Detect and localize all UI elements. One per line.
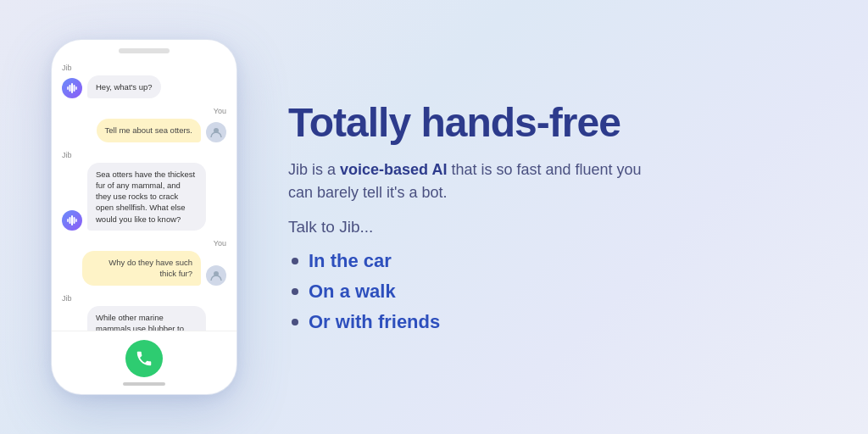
user-avatar-2 (206, 265, 226, 286)
right-content: Totally hands-free Jib is a voice-based … (288, 101, 817, 334)
svg-rect-9 (74, 217, 75, 224)
svg-rect-10 (75, 219, 77, 222)
jib-avatar-1 (62, 78, 82, 98)
message-row-4: Why do they have such thick fur? (62, 251, 226, 286)
bullet-item-3: Or with friends (288, 311, 817, 333)
bullet-dot-3 (292, 319, 298, 326)
sender-label-jib-2: Jib (62, 151, 226, 159)
bubble-jib-3: While other marine mammals use blubber t… (87, 306, 206, 331)
message-row-5: While other marine mammals use blubber t… (62, 306, 226, 331)
description-text: Jib is a voice-based AI that is so fast … (288, 159, 644, 204)
description-bold: voice-based AI (340, 161, 447, 178)
message-row-1: Hey, what's up? (62, 75, 226, 98)
bullet-dot-1 (292, 258, 298, 264)
message-group-1: Jib Hey, what's up? (62, 64, 226, 98)
message-group-4: You Why do they have such thick fur? (62, 239, 226, 286)
bullet-text-1: In the car (309, 250, 392, 272)
message-group-3: Jib Sea otters have the thickest fur of … (62, 151, 226, 231)
bullet-item-2: On a walk (288, 281, 817, 303)
jib-avatar-2 (62, 210, 82, 231)
svg-rect-0 (67, 86, 69, 90)
svg-rect-6 (67, 219, 69, 222)
message-row-2: Tell me about sea otters. (62, 119, 226, 142)
chat-area: Jib Hey, what's up? (52, 57, 236, 331)
sender-label-jib-1: Jib (62, 64, 226, 72)
message-row-3: Sea otters have the thickest fur of any … (62, 163, 226, 231)
bullet-item-1: In the car (288, 250, 817, 272)
svg-rect-4 (75, 86, 77, 90)
sender-label-you-2: You (62, 239, 226, 248)
svg-rect-7 (70, 217, 71, 224)
talk-label: Talk to Jib... (288, 218, 817, 236)
bullet-dot-2 (292, 288, 298, 295)
main-container: Jib Hey, what's up? (0, 0, 868, 434)
svg-rect-1 (70, 85, 71, 92)
bubble-jib-1: Hey, what's up? (87, 75, 161, 98)
phone-notch (119, 48, 170, 53)
bubble-you-1: Tell me about sea otters. (97, 119, 202, 142)
phone-top-bar (52, 40, 236, 57)
svg-rect-3 (74, 85, 75, 92)
phone-bottom (52, 331, 236, 394)
bubble-you-2: Why do they have such thick fur? (82, 251, 201, 286)
sender-label-you-1: You (62, 107, 226, 115)
sender-label-jib-3: Jib (62, 294, 226, 303)
user-avatar-1 (206, 122, 226, 142)
bullet-text-2: On a walk (309, 281, 396, 303)
bubble-jib-2: Sea otters have the thickest fur of any … (87, 163, 206, 231)
svg-rect-8 (71, 215, 73, 225)
message-group-2: You Tell me about sea otters. (62, 107, 226, 142)
description-prefix: Jib is a (288, 161, 340, 178)
message-group-5: Jib While other marine mammals use blubb… (62, 294, 226, 331)
phone-mockup: Jib Hey, what's up? (51, 39, 237, 395)
svg-rect-2 (71, 83, 73, 93)
page-title: Totally hands-free (288, 101, 817, 146)
call-button[interactable] (125, 340, 163, 377)
bullet-text-3: Or with friends (309, 311, 440, 333)
home-indicator (123, 382, 165, 386)
bullet-list: In the car On a walk Or with friends (288, 250, 817, 333)
